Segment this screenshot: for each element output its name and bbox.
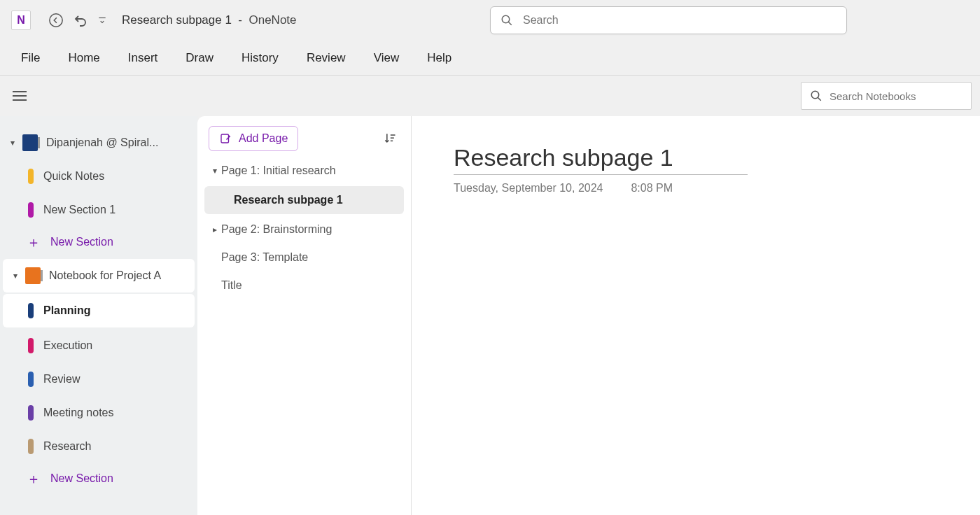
- page-entry[interactable]: Page 3: Template: [204, 244, 404, 271]
- section-row[interactable]: Planning: [3, 294, 195, 327]
- undo-button[interactable]: [69, 8, 94, 33]
- main-area: ▾ Dipanjenah @ Spiral... Quick Notes New…: [0, 116, 980, 515]
- menu-help[interactable]: Help: [423, 47, 456, 69]
- page-entry[interactable]: Title: [204, 271, 404, 299]
- menu-history[interactable]: History: [237, 47, 283, 69]
- section-color-tab: [28, 439, 34, 454]
- menu-review[interactable]: Review: [302, 47, 350, 69]
- page-entry[interactable]: ▸ Page 2: Brainstorming: [204, 216, 404, 244]
- search-icon: [500, 14, 513, 27]
- section-row[interactable]: Review: [0, 362, 197, 396]
- page-entry[interactable]: ▾ Page 1: Initial research: [204, 157, 404, 185]
- menu-bar: File Home Insert Draw History Review Vie…: [0, 41, 980, 76]
- chevron-down-icon: ▾: [209, 166, 221, 176]
- section-label: Meeting notes: [43, 407, 114, 419]
- section-color-tab: [28, 303, 34, 318]
- section-label: Review: [43, 373, 80, 386]
- section-color-tab: [28, 169, 34, 184]
- menu-home[interactable]: Home: [64, 47, 104, 69]
- section-row[interactable]: Execution: [0, 329, 197, 362]
- section-label: Execution: [43, 339, 92, 352]
- secondary-bar: [0, 76, 980, 116]
- page-content[interactable]: Tuesday, September 10, 20248:08 PM: [412, 116, 980, 515]
- onenote-logo: N: [11, 10, 31, 30]
- page-label: Research subpage 1: [234, 194, 343, 206]
- svg-point-0: [50, 14, 62, 27]
- window-title: Research subpage 1 - OneNote: [122, 13, 297, 27]
- plus-icon: ＋: [27, 233, 41, 252]
- add-page-icon: [219, 132, 232, 145]
- notebook-name: Notebook for Project A: [49, 269, 161, 282]
- page-label: Title: [221, 279, 242, 292]
- notebook-row[interactable]: ▾ Notebook for Project A: [3, 259, 195, 292]
- section-label: Planning: [43, 304, 91, 317]
- notebook-icon: [22, 134, 38, 151]
- section-color-tab: [28, 338, 34, 353]
- section-label: Research: [43, 440, 91, 453]
- menu-file[interactable]: File: [17, 47, 44, 69]
- chevron-down-icon: ▾: [7, 138, 18, 148]
- section-row[interactable]: Meeting notes: [0, 396, 197, 430]
- menu-insert[interactable]: Insert: [124, 47, 162, 69]
- nav-toggle-button[interactable]: [8, 85, 31, 107]
- menu-draw[interactable]: Draw: [181, 47, 218, 69]
- section-label: New Section 1: [43, 204, 115, 216]
- global-search-input[interactable]: [523, 14, 836, 27]
- menu-view[interactable]: View: [370, 47, 404, 69]
- section-color-tab: [28, 405, 34, 421]
- new-section-button[interactable]: ＋ New Section: [0, 227, 197, 258]
- notebook-search-input[interactable]: [830, 90, 962, 102]
- add-page-button[interactable]: Add Page: [209, 126, 298, 151]
- section-label: Quick Notes: [43, 170, 104, 183]
- section-row[interactable]: Quick Notes: [0, 160, 197, 193]
- title-bar: N Research subpage 1 - OneNote: [0, 0, 980, 41]
- section-row[interactable]: New Section 1: [0, 193, 197, 227]
- plus-icon: ＋: [27, 470, 41, 488]
- back-button[interactable]: [43, 8, 69, 33]
- new-section-button[interactable]: ＋ New Section: [0, 463, 197, 494]
- page-title-input[interactable]: [454, 144, 748, 175]
- notebook-search[interactable]: [801, 82, 972, 110]
- chevron-right-icon: ▸: [209, 225, 221, 234]
- section-color-tab: [28, 372, 34, 387]
- page-list-panel: Add Page ▾ Page 1: Initial research Rese…: [197, 116, 412, 515]
- section-row[interactable]: Research: [0, 430, 197, 463]
- global-search[interactable]: [490, 6, 847, 34]
- page-label: Page 2: Brainstorming: [221, 223, 332, 236]
- chevron-down-icon: ▾: [10, 271, 21, 281]
- notebook-name: Dipanjenah @ Spiral...: [46, 136, 158, 149]
- notebook-icon: [25, 267, 41, 284]
- notebook-sidebar: ▾ Dipanjenah @ Spiral... Quick Notes New…: [0, 116, 197, 515]
- page-label: Page 3: Template: [221, 251, 308, 264]
- search-icon: [810, 90, 822, 102]
- quick-access-dropdown[interactable]: [94, 8, 111, 33]
- page-timestamp: Tuesday, September 10, 20248:08 PM: [454, 182, 980, 195]
- notebook-row[interactable]: ▾ Dipanjenah @ Spiral...: [0, 126, 197, 160]
- section-color-tab: [28, 202, 34, 218]
- svg-point-1: [502, 15, 510, 23]
- page-entry-selected[interactable]: Research subpage 1: [204, 186, 404, 214]
- svg-point-2: [811, 91, 819, 99]
- page-label: Page 1: Initial research: [221, 164, 336, 177]
- sort-pages-button[interactable]: [380, 129, 400, 148]
